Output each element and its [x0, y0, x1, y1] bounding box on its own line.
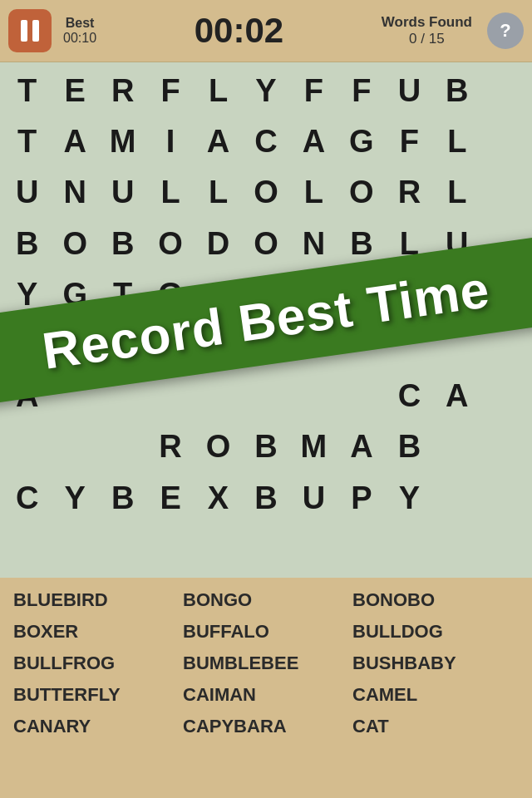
grid-cell-7-4[interactable]: O: [195, 421, 242, 472]
grid-cell-6-4[interactable]: [195, 371, 242, 421]
grid-cell-0-9[interactable]: B: [433, 66, 480, 116]
grid-cell-1-8[interactable]: F: [386, 116, 433, 167]
word-item-cat: CAT: [351, 712, 520, 741]
grid-cell-0-5[interactable]: Y: [242, 66, 289, 116]
grid-cell-6-10[interactable]: [481, 371, 529, 421]
grid-cell-7-1[interactable]: [51, 421, 98, 472]
grid-cell-9-10[interactable]: [481, 524, 529, 574]
grid-cell-8-3[interactable]: E: [146, 473, 194, 524]
grid-cell-9-3[interactable]: [146, 524, 194, 574]
grid-cell-1-5[interactable]: C: [242, 116, 289, 167]
grid-cell-8-1[interactable]: Y: [51, 473, 98, 524]
grid-cell-8-0[interactable]: C: [3, 473, 51, 524]
best-label: Best: [66, 16, 95, 31]
grid-cell-2-6[interactable]: L: [290, 167, 337, 218]
grid-cell-6-5[interactable]: [242, 371, 289, 421]
grid-cell-6-9[interactable]: A: [433, 371, 480, 421]
help-button[interactable]: ?: [487, 12, 524, 49]
grid-cell-9-2[interactable]: [99, 524, 146, 574]
grid-cell-2-10[interactable]: [481, 167, 529, 218]
grid-cell-2-0[interactable]: U: [3, 167, 51, 218]
grid-cell-0-10[interactable]: [481, 66, 529, 116]
word-item-bullfrog: BULLFROG: [12, 649, 181, 677]
grid-cell-1-6[interactable]: A: [290, 116, 337, 167]
grid-cell-2-5[interactable]: O: [242, 167, 289, 218]
word-item-caiman: CAIMAN: [181, 681, 351, 709]
grid-cell-9-4[interactable]: [195, 524, 242, 574]
grid-cell-2-1[interactable]: N: [51, 167, 98, 218]
grid-cell-2-2[interactable]: U: [99, 167, 146, 218]
grid-cell-6-7[interactable]: [337, 371, 385, 421]
grid-cell-1-7[interactable]: G: [337, 116, 385, 167]
grid-cell-0-4[interactable]: L: [195, 66, 242, 116]
grid-cell-9-0[interactable]: [3, 524, 51, 574]
grid-cell-7-2[interactable]: [99, 421, 146, 472]
grid-cell-3-2[interactable]: B: [99, 219, 146, 269]
word-item-bumblebee: BUMBLEBEE: [181, 649, 351, 677]
grid-cell-1-1[interactable]: A: [51, 116, 98, 167]
best-time: 00:10: [63, 31, 96, 46]
grid-cell-3-5[interactable]: O: [242, 219, 289, 269]
grid-cell-7-8[interactable]: B: [386, 421, 433, 472]
grid-cell-8-6[interactable]: U: [290, 473, 337, 524]
grid-cell-8-4[interactable]: X: [195, 473, 242, 524]
word-item-bongo: BONGO: [181, 586, 351, 614]
words-found-section: Words Found 0 / 15: [382, 14, 472, 47]
grid-cell-3-6[interactable]: N: [290, 219, 337, 269]
grid-cell-9-8[interactable]: [386, 524, 433, 574]
grid-cell-1-0[interactable]: T: [3, 116, 51, 167]
grid-cell-7-10[interactable]: [481, 421, 529, 472]
grid-cell-7-5[interactable]: B: [242, 421, 289, 472]
grid-cell-2-4[interactable]: L: [195, 167, 242, 218]
grid-cell-8-9[interactable]: [433, 473, 480, 524]
grid-cell-8-2[interactable]: B: [99, 473, 146, 524]
grid-cell-9-7[interactable]: [337, 524, 385, 574]
grid-cell-7-7[interactable]: A: [337, 421, 385, 472]
grid-cell-8-5[interactable]: B: [242, 473, 289, 524]
grid-cell-0-2[interactable]: R: [99, 66, 146, 116]
grid-cell-3-1[interactable]: O: [51, 219, 98, 269]
grid-cell-3-4[interactable]: D: [195, 219, 242, 269]
grid-cell-2-9[interactable]: L: [433, 167, 480, 218]
grid-cell-8-7[interactable]: P: [337, 473, 385, 524]
grid-cell-0-7[interactable]: F: [337, 66, 385, 116]
grid-cell-7-0[interactable]: [3, 421, 51, 472]
word-item-boxer: BOXER: [12, 618, 181, 646]
grid-cell-8-8[interactable]: Y: [386, 473, 433, 524]
timer: 00:02: [96, 11, 382, 51]
pause-bar-right: [32, 20, 39, 42]
help-icon: ?: [500, 20, 510, 42]
grid-cell-7-9[interactable]: [433, 421, 480, 472]
grid-cell-0-1[interactable]: E: [51, 66, 98, 116]
word-item-bonobo: BONOBO: [351, 586, 520, 614]
grid-cell-3-3[interactable]: O: [146, 219, 194, 269]
grid-cell-0-6[interactable]: F: [290, 66, 337, 116]
grid-cell-0-3[interactable]: F: [146, 66, 194, 116]
grid-cell-2-8[interactable]: R: [386, 167, 433, 218]
grid-cell-1-3[interactable]: I: [146, 116, 194, 167]
grid-cell-2-3[interactable]: L: [146, 167, 194, 218]
grid-cell-1-4[interactable]: A: [195, 116, 242, 167]
grid-cell-9-1[interactable]: [51, 524, 98, 574]
grid-cell-9-5[interactable]: [242, 524, 289, 574]
grid-cell-9-6[interactable]: [290, 524, 337, 574]
grid-cell-1-2[interactable]: M: [99, 116, 146, 167]
grid-cell-0-0[interactable]: T: [3, 66, 51, 116]
pause-button[interactable]: [8, 9, 52, 52]
grid-cell-6-6[interactable]: [290, 371, 337, 421]
grid-cell-9-9[interactable]: [433, 524, 480, 574]
word-search-grid[interactable]: TERFLYFFUBTAMIACAGFLUNULLOLORLBOBODONBLU…: [0, 62, 532, 578]
word-item-buffalo: BUFFALO: [181, 618, 351, 646]
grid-cell-0-8[interactable]: U: [386, 66, 433, 116]
pause-bar-left: [21, 20, 27, 42]
grid-cell-6-8[interactable]: C: [386, 371, 433, 421]
grid-cell-2-7[interactable]: O: [337, 167, 385, 218]
grid-cell-7-6[interactable]: M: [290, 421, 337, 472]
word-item-bulldog: BULLDOG: [351, 618, 520, 646]
grid-cell-1-10[interactable]: [481, 116, 529, 167]
grid-cell-7-3[interactable]: R: [146, 421, 194, 472]
words-found-label: Words Found: [382, 14, 472, 31]
grid-cell-1-9[interactable]: L: [433, 116, 480, 167]
grid-cell-8-10[interactable]: [481, 473, 529, 524]
grid-cell-3-0[interactable]: B: [3, 219, 51, 269]
